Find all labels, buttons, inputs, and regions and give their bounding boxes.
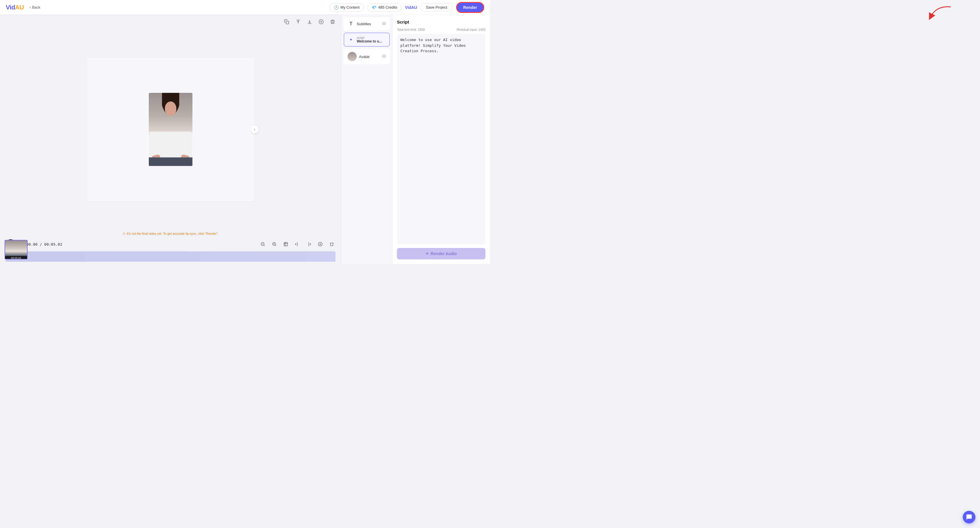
canvas-container: › bbox=[0, 29, 341, 230]
total-limit-label: Total text limit: 1500 bbox=[397, 28, 425, 31]
script-sparkle-icon: ✦ bbox=[348, 36, 355, 43]
subtitles-label: Subtitles bbox=[357, 22, 371, 26]
svg-point-7 bbox=[383, 55, 385, 57]
thumbnail-time: 00:05.02 bbox=[5, 256, 27, 259]
warning-icon: ⚠ bbox=[123, 231, 126, 235]
my-content-button[interactable]: 🕐 My Content bbox=[329, 3, 364, 12]
render-button[interactable]: Render bbox=[456, 2, 484, 13]
render-audio-button[interactable]: ✦ Render Audio bbox=[397, 248, 485, 259]
residual-label: Residual input: 1425 bbox=[457, 28, 485, 31]
avatar-visibility-icon[interactable] bbox=[382, 54, 386, 59]
back-button[interactable]: ‹ Back bbox=[30, 5, 40, 10]
avatar-clip[interactable]: Avatar bbox=[344, 49, 390, 64]
header-left: VidAU ‹ Back bbox=[6, 4, 40, 11]
logo-au: AU bbox=[15, 4, 24, 11]
main-layout: › ⚠ It's not the final video yet. To get… bbox=[0, 15, 490, 264]
script-info: ✦ script Welcome to u... bbox=[357, 36, 386, 43]
header-right: 🕐 My Content 💎 485 Credits VidAU Save Pr… bbox=[329, 2, 484, 13]
align-up-icon[interactable] bbox=[294, 18, 302, 26]
clips-panel: T Subtitles ✦ ✦ script Welcome to u... A… bbox=[341, 15, 392, 264]
script-meta: Total text limit: 1500 Residual input: 1… bbox=[397, 28, 485, 31]
script-preview: Welcome to u... bbox=[357, 39, 386, 43]
avatar-label: Avatar bbox=[359, 54, 370, 59]
save-project-button[interactable]: Save Project bbox=[420, 3, 453, 11]
thumbnail-image bbox=[5, 241, 27, 256]
render-audio-label: Render Audio bbox=[431, 251, 457, 256]
subtitles-clip[interactable]: T Subtitles bbox=[344, 17, 390, 30]
split-right-button[interactable] bbox=[305, 241, 312, 248]
my-content-label: My Content bbox=[340, 5, 359, 10]
back-label: Back bbox=[32, 5, 40, 10]
delete-clip-icon[interactable] bbox=[329, 18, 337, 26]
timeline-track[interactable] bbox=[6, 251, 336, 262]
vidau-brand[interactable]: VidAU bbox=[405, 5, 417, 10]
total-time: 00:05.02 bbox=[44, 242, 62, 246]
zoom-out-button[interactable] bbox=[259, 241, 267, 248]
add-segment-button[interactable] bbox=[317, 241, 324, 248]
credits-label: 485 Credits bbox=[378, 5, 397, 10]
sparkles-icon: ✦ bbox=[425, 251, 429, 256]
expand-panel-button[interactable]: › bbox=[250, 125, 258, 133]
thumbnail-strip[interactable]: 00:05.02 bbox=[5, 240, 27, 259]
time-separator: / bbox=[40, 242, 44, 246]
canvas-toolbar bbox=[0, 15, 341, 29]
copy-icon[interactable] bbox=[283, 18, 291, 26]
credits-button[interactable]: 💎 485 Credits bbox=[368, 3, 401, 12]
svg-rect-0 bbox=[286, 21, 289, 24]
fit-view-button[interactable] bbox=[282, 241, 290, 248]
svg-point-6 bbox=[383, 23, 385, 24]
subtitle-icon: T bbox=[348, 21, 355, 27]
zoom-in-button[interactable] bbox=[270, 241, 278, 248]
align-down-icon[interactable] bbox=[305, 18, 313, 26]
gem-icon: 💎 bbox=[372, 5, 377, 10]
clock-icon: 🕐 bbox=[334, 5, 339, 10]
script-textarea[interactable] bbox=[397, 33, 485, 244]
script-panel-title: Script bbox=[397, 19, 485, 24]
subtitles-visibility-icon[interactable] bbox=[382, 22, 386, 26]
warning-bar: ⚠ It's not the final video yet. To get a… bbox=[0, 230, 341, 237]
timeline-area: ▶ 00:00.00 / 00:05.02 bbox=[0, 237, 341, 264]
back-chevron-icon: ‹ bbox=[30, 5, 31, 10]
avatar-video-frame bbox=[149, 93, 192, 166]
timeline-controls: ▶ 00:00.00 / 00:05.02 bbox=[6, 239, 336, 249]
header: VidAU ‹ Back 🕐 My Content 💎 485 Credits … bbox=[0, 0, 490, 15]
add-clip-icon[interactable] bbox=[317, 18, 325, 26]
canvas-area: › ⚠ It's not the final video yet. To get… bbox=[0, 15, 341, 264]
video-canvas: › bbox=[88, 58, 254, 201]
logo-vid: Vid bbox=[6, 4, 15, 11]
avatar-info: Avatar bbox=[359, 54, 380, 59]
delete-segment-button[interactable] bbox=[328, 241, 336, 248]
logo[interactable]: VidAU bbox=[6, 4, 24, 11]
avatar-thumbnail bbox=[348, 52, 357, 61]
warning-text: It's not the final video yet. To get acc… bbox=[127, 232, 219, 235]
svg-rect-4 bbox=[284, 243, 288, 246]
subtitles-info: Subtitles bbox=[357, 22, 380, 26]
split-left-button[interactable] bbox=[294, 241, 301, 248]
script-panel: Script Total text limit: 1500 Residual i… bbox=[392, 15, 490, 264]
script-clip[interactable]: ✦ ✦ script Welcome to u... bbox=[344, 33, 390, 46]
script-type: script bbox=[357, 36, 386, 39]
